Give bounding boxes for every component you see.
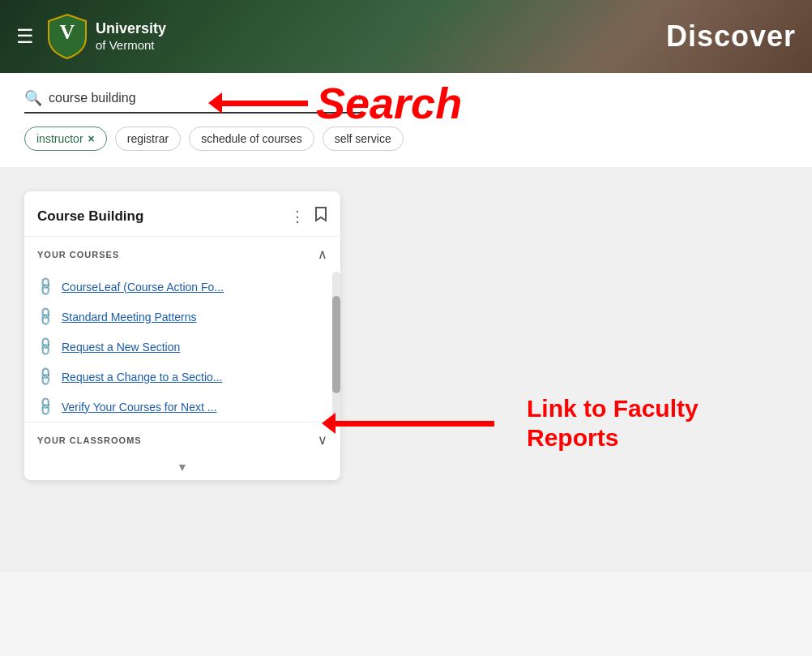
link-standard-meeting[interactable]: 🔗 Standard Meeting Patterns [24, 302, 340, 332]
link-courseleaf-text[interactable]: CourseLeaf (Course Action Fo... [62, 281, 224, 294]
link-icon: 🔗 [34, 366, 57, 388]
course-building-card: Course Building ⋮ YOUR COURSES ∧ 🔗 Cours… [24, 191, 340, 480]
your-courses-label: YOUR COURSES [37, 250, 119, 259]
chevron-down-icon: ∨ [318, 432, 327, 448]
chip-instructor-label: instructor [36, 132, 83, 145]
faculty-reports-label-line2: Reports [527, 423, 729, 452]
search-input[interactable] [49, 91, 351, 105]
chip-registrar[interactable]: registrar [115, 126, 181, 151]
search-area: Search 🔍 × [0, 73, 812, 114]
chip-schedule-of-courses[interactable]: schedule of courses [189, 126, 314, 151]
search-icon: 🔍 [24, 89, 42, 107]
card-title: Course Building [37, 208, 143, 225]
scroll-down-indicator: ▼ [24, 457, 340, 480]
uvm-shield-icon: V [47, 13, 88, 60]
chip-schedule-label: schedule of courses [201, 132, 302, 145]
link-verify-courses[interactable]: 🔗 Verify Your Courses for Next ... [24, 392, 340, 422]
link-courseleaf[interactable]: 🔗 CourseLeaf (Course Action Fo... [24, 272, 340, 302]
chip-instructor[interactable]: instructor × [24, 126, 107, 151]
more-options-icon[interactable]: ⋮ [290, 208, 305, 225]
link-icon: 🔗 [34, 306, 57, 328]
card-actions: ⋮ [290, 206, 327, 226]
course-links-container: 🔗 CourseLeaf (Course Action Fo... 🔗 Stan… [24, 272, 340, 422]
scrollbar-thumb[interactable] [332, 296, 340, 393]
your-classrooms-section-header[interactable]: YOUR CLASSROOMS ∨ [24, 422, 340, 457]
card-header: Course Building ⋮ [24, 191, 340, 237]
hamburger-icon[interactable]: ☰ [16, 27, 34, 46]
scrollbar-track [332, 272, 340, 422]
your-classrooms-section: YOUR CLASSROOMS ∨ ▼ [24, 422, 340, 480]
link-verify-courses-text[interactable]: Verify Your Courses for Next ... [62, 401, 216, 414]
link-standard-meeting-text[interactable]: Standard Meeting Patterns [62, 311, 197, 324]
link-request-change-text[interactable]: Request a Change to a Sectio... [62, 371, 222, 384]
chevron-up-icon: ∧ [318, 247, 327, 262]
bookmark-icon[interactable] [314, 206, 327, 226]
link-icon: 🔗 [34, 276, 57, 298]
logo-container: V University of Vermont [47, 13, 166, 60]
link-icon: 🔗 [34, 396, 57, 418]
your-classrooms-label: YOUR CLASSROOMS [37, 435, 142, 445]
header: ☰ V University of Vermont Discover [0, 0, 812, 73]
discover-label: Discover [666, 19, 796, 54]
search-bar: 🔍 × [24, 89, 365, 114]
link-icon: 🔗 [34, 336, 57, 358]
faculty-reports-annotation: Link to Faculty Reports [332, 427, 729, 452]
link-request-new-section[interactable]: 🔗 Request a New Section [24, 332, 340, 362]
chip-registrar-label: registrar [127, 132, 169, 145]
link-request-change[interactable]: 🔗 Request a Change to a Sectio... [24, 362, 340, 392]
faculty-reports-label-line1: Link to Faculty [527, 394, 729, 423]
svg-text:V: V [60, 20, 75, 44]
main-content: Course Building ⋮ YOUR COURSES ∧ 🔗 Cours… [0, 167, 812, 572]
chips-row: instructor × registrar schedule of cours… [0, 114, 812, 167]
chip-self-service-label: self service [335, 132, 391, 145]
search-clear-button[interactable]: × [351, 91, 365, 105]
uvm-text: University of Vermont [96, 20, 166, 53]
your-courses-section-header[interactable]: YOUR COURSES ∧ [24, 237, 340, 272]
chip-instructor-close[interactable]: × [88, 132, 95, 145]
link-request-new-section-text[interactable]: Request a New Section [62, 341, 180, 354]
chip-self-service[interactable]: self service [323, 126, 404, 151]
